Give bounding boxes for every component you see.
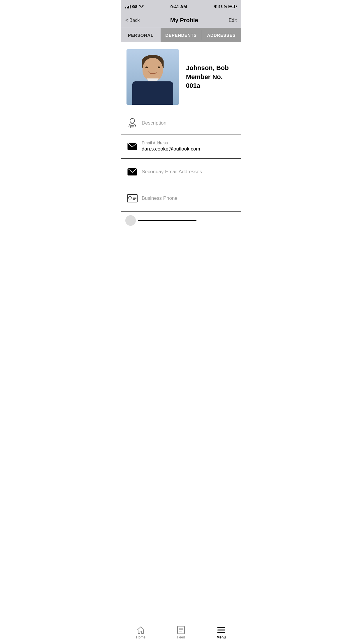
- business-phone-icon: [125, 194, 139, 202]
- page-title: My Profile: [170, 17, 198, 24]
- photo-eye-right: [158, 66, 160, 68]
- carrier-label: GS: [132, 4, 138, 9]
- profile-photo: [126, 49, 179, 105]
- photo-eyes: [145, 66, 160, 68]
- tab-personal[interactable]: PERSONAL: [121, 28, 161, 42]
- photo-face: [143, 58, 163, 81]
- email-value: dan.s.cooke@outlook.com: [142, 146, 237, 153]
- next-item-icon: [125, 215, 136, 226]
- content-area: Johnson, Bob Member No. 001a Description: [121, 42, 241, 253]
- secondary-email-content: Seconday Email Addresses: [139, 168, 237, 175]
- profile-name: Johnson, Bob: [186, 64, 236, 73]
- profile-member: Member No. 001a: [186, 73, 236, 91]
- list-item-business-phone[interactable]: Business Phone: [121, 185, 241, 211]
- profile-section: Johnson, Bob Member No. 001a: [121, 42, 241, 112]
- battery-icon: [229, 5, 237, 8]
- photo-eye-left: [145, 66, 148, 68]
- email-content: Email Address dan.s.cooke@outlook.com: [139, 140, 237, 153]
- bluetooth-icon: ✱: [214, 4, 217, 9]
- profile-info: Johnson, Bob Member No. 001a: [186, 64, 236, 90]
- tab-bar: PERSONAL DEPENDENTS ADDRESSES: [121, 28, 241, 42]
- edit-button[interactable]: Edit: [229, 18, 237, 23]
- description-placeholder: Description: [142, 120, 166, 126]
- next-item-bar: [138, 220, 196, 221]
- back-button[interactable]: < Back: [125, 18, 140, 23]
- status-bar: GS 9:41 AM ✱ 58 %: [121, 0, 241, 13]
- secondary-email-placeholder: Seconday Email Addresses: [142, 169, 202, 174]
- status-time: 9:41 AM: [171, 4, 187, 9]
- signal-icon: [125, 4, 131, 8]
- email-label: Email Address: [142, 140, 237, 146]
- photo-smile: [148, 71, 157, 74]
- tab-addresses[interactable]: ADDRESSES: [201, 28, 241, 42]
- svg-rect-1: [131, 125, 134, 128]
- wifi-icon: [139, 5, 144, 8]
- business-phone-placeholder: Business Phone: [142, 195, 178, 201]
- description-icon: [125, 118, 139, 128]
- next-item-preview: [121, 212, 241, 229]
- nav-bar: < Back My Profile Edit: [121, 13, 241, 28]
- description-content: Description: [139, 120, 237, 127]
- email-icon: [125, 143, 139, 150]
- tab-dependents[interactable]: DEPENDENTS: [161, 28, 201, 42]
- list-item-email[interactable]: Email Address dan.s.cooke@outlook.com: [121, 134, 241, 158]
- svg-point-0: [130, 118, 135, 123]
- photo-body: [132, 81, 173, 105]
- business-phone-content: Business Phone: [139, 195, 237, 202]
- svg-point-7: [129, 196, 131, 199]
- status-left: GS: [125, 4, 144, 9]
- list-item-description[interactable]: Description: [121, 112, 241, 134]
- secondary-email-icon: [125, 168, 139, 176]
- status-right: ✱ 58 %: [214, 4, 237, 9]
- list-item-secondary-email[interactable]: Seconday Email Addresses: [121, 159, 241, 185]
- battery-percent: 58 %: [218, 4, 227, 9]
